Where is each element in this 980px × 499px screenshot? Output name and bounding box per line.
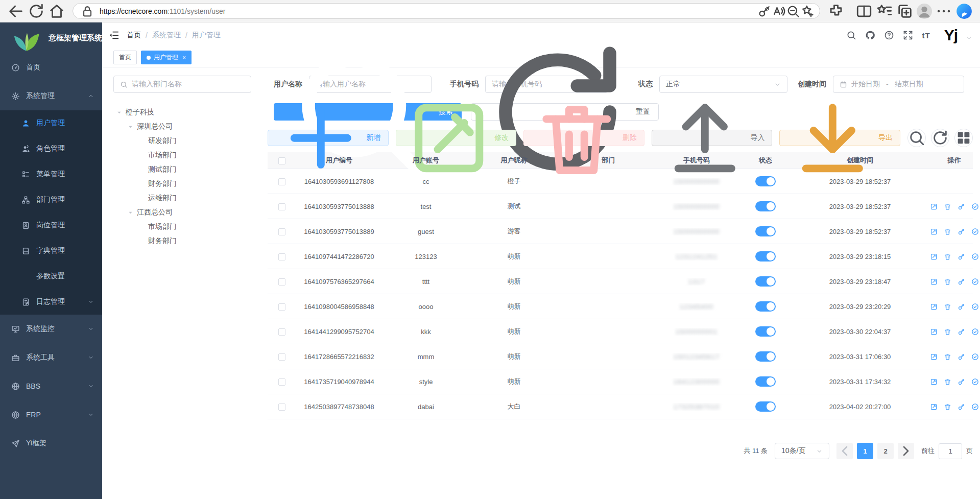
row-checkbox[interactable] <box>278 378 285 386</box>
split-screen-button[interactable] <box>855 3 873 20</box>
goto-page-input[interactable] <box>939 443 962 459</box>
show-search-toggle-button[interactable] <box>907 129 926 147</box>
add-button[interactable]: 新增 <box>268 130 389 146</box>
page-size-select[interactable]: 10条/页 <box>775 443 829 459</box>
address-bar[interactable]: https://ccnetcore.com:1101/system/user <box>73 3 820 19</box>
browser-profile-button[interactable] <box>917 4 932 19</box>
tree-node[interactable]: 财务部门 <box>113 177 251 191</box>
row-edit-icon[interactable] <box>930 228 938 235</box>
user-avatar[interactable]: Yj <box>944 28 958 43</box>
sidebar-subitem-6[interactable]: 参数设置 <box>0 264 102 289</box>
tree-node[interactable]: 橙子科技 <box>113 105 251 120</box>
sidebar-item-1[interactable]: 系统管理 <box>0 82 102 110</box>
export-button[interactable]: 导出 <box>779 130 900 146</box>
status-toggle[interactable] <box>755 176 776 186</box>
github-button[interactable] <box>865 30 875 40</box>
refresh-table-button[interactable] <box>931 129 949 147</box>
browser-essentials-button[interactable] <box>827 3 845 20</box>
row-delete-icon[interactable] <box>944 303 951 311</box>
row-delete-icon[interactable] <box>944 253 951 260</box>
edit-button[interactable]: 修改 <box>396 130 517 146</box>
status-toggle[interactable] <box>755 301 776 312</box>
sidebar-subitem-0[interactable]: 用户管理 <box>0 110 102 136</box>
status-toggle[interactable] <box>755 376 776 387</box>
avatar-dropdown-button[interactable] <box>966 35 972 41</box>
status-toggle[interactable] <box>755 326 776 337</box>
tree-node[interactable]: 研发部门 <box>113 134 251 148</box>
row-assign-role-icon[interactable] <box>971 303 979 311</box>
status-select[interactable]: 正常 <box>659 76 787 93</box>
sidebar-subitem-5[interactable]: 字典管理 <box>0 238 102 264</box>
row-reset-password-icon[interactable] <box>958 303 965 311</box>
row-assign-role-icon[interactable] <box>971 203 979 210</box>
row-reset-password-icon[interactable] <box>958 328 965 336</box>
row-delete-icon[interactable] <box>944 228 951 235</box>
status-toggle[interactable] <box>755 351 776 362</box>
delete-button[interactable]: 删除 <box>523 130 644 146</box>
date-range-picker[interactable]: 开始日期 - 结束日期 <box>833 76 964 93</box>
row-delete-icon[interactable] <box>944 328 951 336</box>
select-all-checkbox[interactable] <box>278 157 285 164</box>
collections-button[interactable] <box>896 3 914 20</box>
row-delete-icon[interactable] <box>944 403 951 411</box>
row-checkbox[interactable] <box>278 303 285 311</box>
row-assign-role-icon[interactable] <box>971 278 979 286</box>
row-assign-role-icon[interactable] <box>971 403 979 411</box>
row-reset-password-icon[interactable] <box>958 403 965 411</box>
row-edit-icon[interactable] <box>930 203 938 210</box>
url-text[interactable]: https://ccnetcore.com:1101/system/user <box>100 7 757 15</box>
breadcrumb-home[interactable]: 首页 <box>127 31 141 40</box>
row-assign-role-icon[interactable] <box>971 253 979 260</box>
status-toggle[interactable] <box>755 251 776 262</box>
favorites-button[interactable] <box>876 3 893 20</box>
row-checkbox[interactable] <box>278 253 285 260</box>
status-toggle[interactable] <box>755 226 776 236</box>
row-checkbox[interactable] <box>278 278 285 286</box>
row-delete-icon[interactable] <box>944 203 951 210</box>
row-checkbox[interactable] <box>278 403 285 411</box>
row-checkbox[interactable] <box>278 228 285 235</box>
row-reset-password-icon[interactable] <box>958 278 965 286</box>
browser-menu-button[interactable] <box>935 3 952 20</box>
sidebar-subitem-3[interactable]: 部门管理 <box>0 187 102 212</box>
sidebar-subitem-2[interactable]: 菜单管理 <box>0 161 102 187</box>
font-size-button[interactable]: tT <box>922 31 930 40</box>
tree-node[interactable]: 财务部门 <box>113 234 251 248</box>
next-page-button[interactable] <box>898 443 914 459</box>
row-reset-password-icon[interactable] <box>958 353 965 361</box>
status-toggle[interactable] <box>755 401 776 412</box>
row-delete-icon[interactable] <box>944 278 951 286</box>
row-reset-password-icon[interactable] <box>958 378 965 386</box>
row-checkbox[interactable] <box>278 203 285 210</box>
sidebar-item-5[interactable]: ERP <box>0 400 102 429</box>
row-checkbox[interactable] <box>278 328 285 336</box>
tree-node[interactable]: 测试部门 <box>113 162 251 177</box>
column-settings-button[interactable] <box>954 129 973 147</box>
tab-home[interactable]: 首页 <box>113 51 137 64</box>
fullscreen-button[interactable] <box>903 30 913 40</box>
row-reset-password-icon[interactable] <box>958 228 965 235</box>
sidebar-item-4[interactable]: BBS <box>0 372 102 400</box>
password-button[interactable] <box>757 4 772 18</box>
sidebar-item-home[interactable]: 首页 <box>0 53 102 82</box>
row-delete-icon[interactable] <box>944 353 951 361</box>
row-edit-icon[interactable] <box>930 353 938 361</box>
tree-node[interactable]: 深圳总公司 <box>113 120 251 134</box>
row-assign-role-icon[interactable] <box>971 328 979 336</box>
status-toggle[interactable] <box>755 201 776 211</box>
dept-search-input[interactable]: 请输入部门名称 <box>113 76 251 93</box>
tree-node[interactable]: 江西总公司 <box>113 205 251 220</box>
row-assign-role-icon[interactable] <box>971 353 979 361</box>
prev-page-button[interactable] <box>836 443 853 459</box>
sidebar-item-2[interactable]: 系统监控 <box>0 315 102 343</box>
sidebar-item-6[interactable]: Yi框架 <box>0 429 102 458</box>
zoom-button[interactable] <box>786 4 800 18</box>
page-button-2[interactable]: 2 <box>877 443 894 459</box>
row-edit-icon[interactable] <box>930 278 938 286</box>
close-tab-icon[interactable]: × <box>182 54 186 61</box>
browser-home-button[interactable] <box>48 3 65 20</box>
tree-node[interactable]: 市场部门 <box>113 220 251 234</box>
row-reset-password-icon[interactable] <box>958 253 965 260</box>
row-edit-icon[interactable] <box>930 303 938 311</box>
collapse-sidebar-button[interactable] <box>108 30 119 41</box>
